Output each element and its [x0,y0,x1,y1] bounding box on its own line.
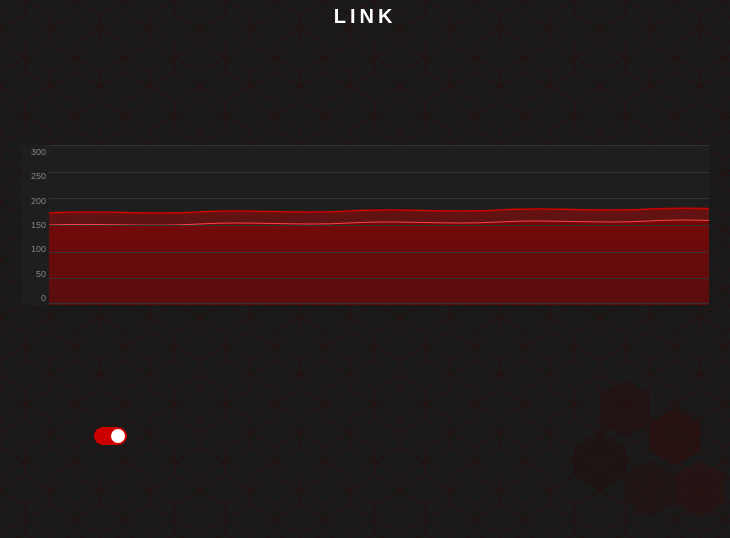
grid-line-1 [49,145,709,146]
app-title: LINK [334,5,397,28]
y-label-150: 150 [21,220,49,230]
y-label-50: 50 [21,269,49,279]
grid-line-7 [49,303,709,304]
y-label-100: 100 [21,244,49,254]
grid-line-3 [49,198,709,199]
toggle-knob [111,429,125,443]
grid-line-6 [49,278,709,279]
chart-inner [49,145,709,305]
grid-line-4 [49,225,709,226]
y-label-300: 300 [21,147,49,157]
chart-area: 300 250 200 150 100 50 0 [21,145,709,305]
ocp-toggle[interactable] [94,427,127,445]
y-label-0: 0 [21,293,49,303]
grid-line-5 [49,252,709,253]
grid-line-2 [49,172,709,173]
chart-container: Power In Power Out Calculated efficiency… [12,118,718,314]
y-label-200: 200 [21,196,49,206]
chart-y-labels: 300 250 200 150 100 50 0 [21,145,49,305]
y-label-250: 250 [21,171,49,181]
